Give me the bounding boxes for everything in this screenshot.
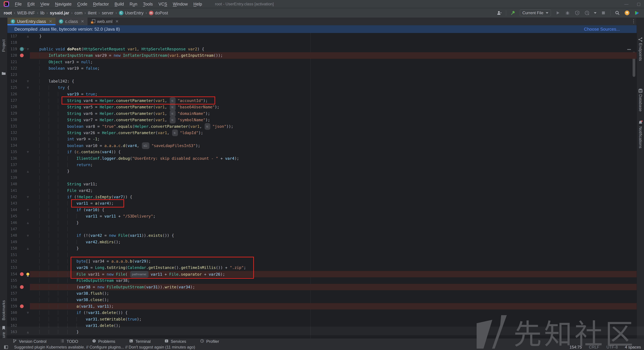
code-line-156[interactable]: 156 (var38 = new FileOutputStream(var31)…: [8, 284, 636, 290]
database-icon[interactable]: [638, 88, 643, 93]
breadcrumb-item-lib[interactable]: lib: [40, 10, 44, 15]
tool-window-button-profiler[interactable]: Profiler: [200, 339, 219, 344]
code-line-123[interactable]: 123: [8, 71, 636, 78]
close-icon[interactable]: ✕: [49, 19, 52, 24]
debug-icon[interactable]: [565, 10, 570, 16]
tool-window-layout-icon[interactable]: [4, 345, 8, 350]
code-line-140[interactable]: 140 String var11;: [8, 181, 636, 187]
breadcrumb-item-server[interactable]: server: [102, 10, 113, 15]
code-line-135[interactable]: 135▿ if (c.contains(var4)) {: [8, 149, 636, 155]
code-line-132[interactable]: 132 String var26 = Helper.convertParamet…: [8, 130, 636, 136]
chevron-down-icon[interactable]: [594, 12, 596, 14]
maximize-icon[interactable]: ▢: [637, 2, 641, 6]
code-line-118[interactable]: 118: [8, 39, 636, 46]
menu-item-help[interactable]: Help: [190, 0, 205, 8]
fold-end-icon[interactable]: ▵: [26, 168, 30, 174]
code-line-124[interactable]: 124▿ label242: {: [8, 78, 636, 84]
code-line-141[interactable]: 141 File var42;: [8, 187, 636, 194]
fold-region-icon[interactable]: ▿: [26, 78, 30, 84]
menu-item-tools[interactable]: Tools: [140, 0, 156, 8]
code-line-138[interactable]: 138▵ }: [8, 168, 636, 174]
code-line-133[interactable]: 133 int var9 = -1;: [8, 136, 636, 142]
tool-window-button-terminal[interactable]: Terminal: [129, 339, 150, 344]
code-line-144[interactable]: 144▿ if (var10) {: [8, 207, 636, 213]
intention-bulb-icon[interactable]: [26, 271, 30, 277]
breakpoint-icon[interactable]: [19, 271, 25, 277]
code-line-130[interactable]: 130 String var7 = Helper.convertParamete…: [8, 117, 636, 123]
code-line-117[interactable]: 117▵ }: [8, 33, 636, 39]
endpoints-icon[interactable]: [638, 37, 643, 42]
code-line-145[interactable]: 145 var11 = var11 + "/S3Delivery";: [8, 213, 636, 219]
breadcrumb-item-web-inf[interactable]: WEB-INF: [17, 10, 35, 15]
code-line-131[interactable]: 131 boolean var8 = "true".equals(Helper.…: [8, 123, 636, 130]
tool-window-button-project[interactable]: Project: [1, 39, 6, 52]
breadcrumb-item-userentry[interactable]: CUserEntry: [119, 10, 144, 15]
menu-item-run[interactable]: Run: [127, 0, 140, 8]
code-line-119[interactable]: 119↑▿ public void doPost(HttpServletRequ…: [8, 46, 636, 52]
breadcrumb-item-com[interactable]: com: [75, 10, 82, 15]
code-line-148[interactable]: 148▿ if (!(var42 = new File(var11)).exis…: [8, 232, 636, 239]
profiler-icon[interactable]: [584, 10, 590, 16]
code-line-159[interactable]: 159 a(var31, var11);: [8, 303, 636, 310]
code-line-149[interactable]: 149 var42.mkdirs();: [8, 239, 636, 245]
code-editor[interactable]: 117▵ }118 119↑▿ public void doPost(HttpS…: [8, 33, 636, 338]
code-line-137[interactable]: 137 return;: [8, 162, 636, 168]
tool-window-button-endpoints[interactable]: Endpoints: [638, 43, 643, 61]
menu-item-vcs[interactable]: VCS: [156, 0, 170, 8]
code-line-134[interactable]: 134 boolean var10 = a.a.a.c.d(var4, s1:"…: [8, 142, 636, 149]
tab-options-kebab-icon[interactable]: ⋮: [631, 18, 636, 24]
code-line-121[interactable]: 121 Object var3 = null;: [8, 59, 636, 65]
fold-region-icon[interactable]: ▿: [26, 194, 30, 200]
user-profile-icon[interactable]: [496, 10, 502, 16]
tool-window-button-services[interactable]: Services: [164, 339, 186, 344]
code-line-120[interactable]: 120 InflaterInputStream var29 = new Infl…: [8, 52, 636, 59]
minimize-icon[interactable]: —: [624, 2, 628, 6]
breakpoint-icon[interactable]: [19, 284, 25, 290]
bell-icon[interactable]: [638, 120, 643, 125]
code-with-me-icon[interactable]: [634, 10, 640, 16]
tool-window-button-bookmarks[interactable]: Bookmarks: [1, 300, 6, 320]
tool-window-button-problems[interactable]: Problems: [92, 339, 115, 344]
search-everywhere-icon[interactable]: [614, 10, 620, 16]
override-method-icon[interactable]: ↑: [19, 46, 25, 52]
code-line-157[interactable]: 157 var38.flush();: [8, 290, 636, 297]
code-line-139[interactable]: 139: [8, 175, 636, 181]
code-line-146[interactable]: 146▵ }: [8, 219, 636, 226]
fold-region-icon[interactable]: ▿: [26, 310, 30, 316]
breadcrumb-item-root[interactable]: root: [4, 10, 12, 15]
folder-icon[interactable]: [1, 71, 6, 76]
menu-item-edit[interactable]: Edit: [24, 0, 38, 8]
fold-region-icon[interactable]: ▿: [26, 207, 30, 213]
coverage-icon[interactable]: [574, 10, 580, 16]
tool-window-button-database[interactable]: Database: [638, 94, 643, 112]
tool-window-button-notifications[interactable]: Notifications: [638, 126, 643, 148]
code-line-150[interactable]: 150▵ }: [8, 245, 636, 252]
code-line-122[interactable]: 122 boolean var19 = false;: [8, 65, 636, 71]
breadcrumb-item-dopost[interactable]: mdoPost: [149, 10, 168, 15]
tool-window-button-version-control[interactable]: Version Control: [12, 339, 46, 344]
menu-item-build[interactable]: Build: [112, 0, 127, 8]
menu-item-file[interactable]: File: [12, 0, 24, 8]
code-line-125[interactable]: 125▿ try {: [8, 84, 636, 91]
menu-item-window[interactable]: Window: [170, 0, 190, 8]
fold-region-icon[interactable]: ▿: [26, 232, 30, 239]
code-line-158[interactable]: 158 var38.close();: [8, 297, 636, 303]
fold-end-icon[interactable]: ▵: [26, 33, 30, 39]
build-hammer-icon[interactable]: [510, 10, 516, 16]
close-icon[interactable]: ✕: [116, 19, 119, 24]
menu-item-view[interactable]: View: [38, 0, 52, 8]
breadcrumb-item-sysaid.jar[interactable]: sysaid.jar: [50, 10, 69, 15]
run-icon[interactable]: [555, 10, 561, 16]
code-line-147[interactable]: 147: [8, 226, 636, 232]
menu-item-code[interactable]: Code: [74, 0, 90, 8]
tab-c.class[interactable]: Cc.class✕: [56, 17, 88, 25]
choose-sources-link[interactable]: Choose Sources...: [584, 27, 620, 32]
breadcrumb-item-ilient[interactable]: ilient: [88, 10, 96, 15]
code-line-136[interactable]: 136 IlientConf.logger.debug("UserEntry: …: [8, 155, 636, 162]
status-message[interactable]: Suggested plugin Kubernetes available. /…: [14, 345, 195, 350]
code-line-129[interactable]: 129 String var6 = Helper.convertParamete…: [8, 110, 636, 117]
fold-region-icon[interactable]: ▿: [26, 84, 30, 91]
menu-item-navigate[interactable]: Navigate: [52, 0, 74, 8]
fold-region-icon[interactable]: ▿: [26, 149, 30, 155]
breakpoint-icon[interactable]: [19, 303, 25, 310]
